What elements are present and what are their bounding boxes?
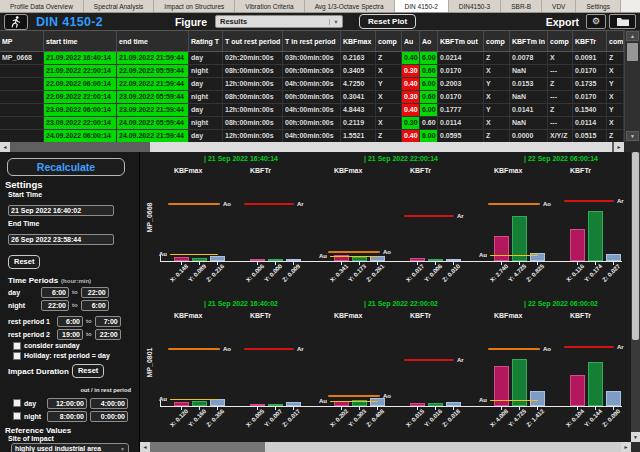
column-header-t_in[interactable]: T in rest period	[283, 31, 341, 51]
column-header-rating[interactable]: Rating T	[189, 31, 223, 51]
column-header-kbftm_in[interactable]: KBFTm in	[510, 31, 548, 51]
cell-au: 0.30	[402, 91, 420, 103]
cell-comp3: ---	[548, 91, 573, 103]
cell-t_in: 00h:00min:00s	[283, 65, 341, 77]
export-folder-button[interactable]	[609, 14, 636, 29]
table-vscroll-thumb[interactable]	[627, 43, 638, 61]
tab-profile-data-overview[interactable]: Profile Data Overview	[0, 0, 84, 12]
cell-kbfmax: 0.2163	[341, 52, 376, 64]
bar-value-labels: X: 2.740Y: 4.725Z: 0.825	[488, 263, 556, 293]
cell-rating: night	[189, 65, 223, 77]
reset-time-button[interactable]: Reset	[8, 255, 40, 269]
subplot-label-kbfmax: KBFmax	[494, 312, 522, 319]
table-row[interactable]: MP_066821.09.2022 16:40:1421.09.2022 21:…	[0, 52, 624, 65]
ar-line	[404, 215, 454, 217]
holiday-checkbox[interactable]	[13, 352, 21, 360]
cell-comp4: X	[607, 65, 624, 77]
column-header-end[interactable]: end time	[117, 31, 189, 51]
tab-settings[interactable]: Settings	[576, 0, 621, 12]
ar-line-label: Ar	[617, 344, 624, 350]
table-hscroll-thumb[interactable]	[150, 142, 612, 152]
rest2-to-input[interactable]	[95, 329, 121, 340]
rest2-from-input[interactable]	[57, 329, 83, 340]
tab-din-4150-2[interactable]: DIN 4150-2	[395, 0, 449, 12]
bar-value-labels: X: 0.341Y: 0.173Z: 0.261	[328, 263, 396, 293]
table-row[interactable]: 23.09.2022 06:00:1423.09.2022 21:59:44da…	[0, 104, 624, 117]
time-periods-title: Time Periods	[8, 276, 58, 285]
table-row[interactable]: 22.09.2022 22:00:1423.09.2022 05:59:44ni…	[0, 91, 624, 104]
impact-night-in-input[interactable]	[90, 411, 128, 422]
column-header-t_out[interactable]: T out rest period	[223, 31, 283, 51]
scroll-left-button[interactable]: ◄	[0, 142, 10, 152]
impact-day-in-input[interactable]	[90, 398, 128, 409]
plot-hscroll-thumb[interactable]	[150, 442, 265, 452]
table-row[interactable]: 24.09.2022 06:00:1424.09.2022 21:59:44da…	[0, 130, 624, 142]
table-horizontal-scrollbar[interactable]: ◄ ►	[0, 142, 624, 152]
consider-sunday-checkbox[interactable]	[13, 342, 21, 350]
export-settings-button[interactable]: ⚙	[586, 14, 606, 29]
column-header-kbftm_out[interactable]: KBFTm out	[438, 31, 484, 51]
plot-vscroll-thumb[interactable]	[632, 152, 639, 340]
table-row[interactable]: 22.09.2022 06:00:1422.09.2022 21:59:44da…	[0, 78, 624, 91]
plot-vertical-scrollbar[interactable]: ▼	[631, 152, 640, 442]
table-row[interactable]: 23.09.2022 22:00:1424.09.2022 05:59:44ni…	[0, 117, 624, 130]
tab-sbr-b[interactable]: SBR-B	[501, 0, 542, 12]
subplot-kbfmax: AoAu	[168, 321, 236, 406]
subplot-label-kbftr: KBFTr	[410, 312, 431, 319]
tab-vdv[interactable]: VDV	[542, 0, 576, 12]
scroll-left-button[interactable]: ◄	[140, 442, 150, 452]
cell-kbftm_out: 0.0214	[438, 52, 484, 64]
recalculate-button[interactable]: Recalculate	[7, 158, 125, 176]
tab-din4150-3[interactable]: DIN4150-3	[449, 0, 501, 12]
rest1-from-input[interactable]	[57, 316, 83, 327]
column-header-comp1[interactable]: comp	[376, 31, 402, 51]
scroll-down-button[interactable]: ▼	[626, 131, 639, 141]
au-line	[330, 256, 378, 258]
cell-rating: night	[189, 117, 223, 129]
impact-day-out-input[interactable]	[47, 398, 87, 409]
figure-select[interactable]: Results ▼	[215, 15, 343, 28]
cell-t_in: 00h:00min:00s	[283, 91, 341, 103]
table-row[interactable]: 21.09.2022 22:00:1422.09.2022 05:59:44ni…	[0, 65, 624, 78]
app-icon-button[interactable]	[4, 14, 28, 30]
impact-night-out-input[interactable]	[47, 411, 87, 422]
reset-plot-button[interactable]: Reset Plot	[359, 14, 416, 29]
column-header-mp[interactable]: MP	[0, 31, 44, 51]
column-header-au[interactable]: Au	[402, 31, 420, 51]
column-header-comp3[interactable]: comp	[548, 31, 573, 51]
rest1-to-input[interactable]	[95, 316, 121, 327]
day-to-input[interactable]	[81, 287, 109, 298]
tab-avg-1-3-octave-spectra[interactable]: Avg 1/3-Octave Spectra	[305, 0, 395, 12]
impact-day-checkbox[interactable]	[13, 399, 21, 407]
bar-value-labels: X: 0.202Y: 0.303Z: 0.408	[328, 408, 396, 438]
plot-horizontal-scrollbar[interactable]: ◄ ►	[140, 442, 631, 452]
column-header-comp4[interactable]: comp	[607, 31, 624, 51]
column-header-ao[interactable]: Ao	[420, 31, 438, 51]
tab-spectral-analysis[interactable]: Spectral Analysis	[84, 0, 155, 12]
impact-night-checkbox[interactable]	[13, 412, 21, 420]
start-time-input[interactable]	[8, 205, 114, 216]
start-time-label: Start Time	[8, 191, 135, 198]
day-from-input[interactable]	[41, 287, 69, 298]
holiday-label: Holiday: rest period = day	[24, 352, 110, 359]
column-header-comp2[interactable]: comp	[484, 31, 510, 51]
column-header-kbftr[interactable]: KBFTr	[573, 31, 607, 51]
scroll-right-button[interactable]: ►	[614, 142, 624, 152]
end-time-input[interactable]	[8, 234, 114, 245]
subplot-kbftr: Ar	[404, 176, 472, 261]
tab-vibration-criteria[interactable]: Vibration Criteria	[235, 0, 304, 12]
scroll-right-button[interactable]: ►	[621, 442, 631, 452]
night-to-input[interactable]	[81, 300, 109, 311]
column-header-start[interactable]: start time	[44, 31, 117, 51]
site-of-impact-select[interactable]: highly used industrial area ▼	[11, 443, 129, 452]
night-from-input[interactable]	[41, 300, 69, 311]
plot-row-mp_0801: MP_0801| 21 Sep 2022 16:40:02KBFmaxAoAuX…	[140, 297, 631, 442]
reset-impact-button[interactable]: Reset	[72, 364, 104, 378]
ar-line	[564, 200, 614, 202]
cell-t_out: 12h:00min:00s	[223, 130, 283, 142]
tab-impact-on-structures[interactable]: Impact on Structures	[154, 0, 235, 12]
table-vertical-scrollbar[interactable]: ▲ ▼	[624, 30, 640, 142]
column-header-kbfmax[interactable]: KBFmax	[341, 31, 376, 51]
scroll-down-button[interactable]: ▼	[631, 432, 640, 442]
scroll-up-button[interactable]: ▲	[626, 31, 639, 41]
